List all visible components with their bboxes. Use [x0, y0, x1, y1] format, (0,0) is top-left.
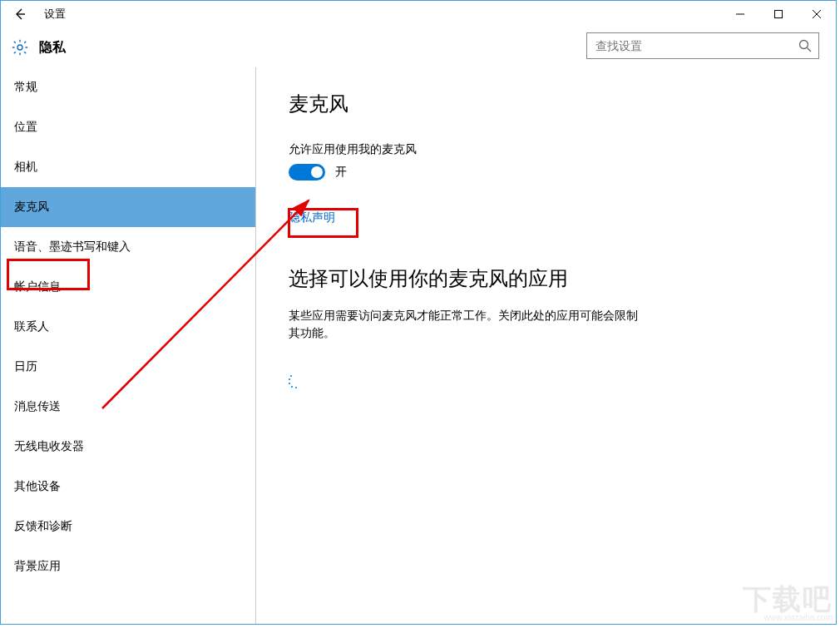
sidebar-item-feedback[interactable]: 反馈和诊断	[1, 507, 255, 546]
sidebar-item-label: 无线电收发器	[14, 439, 84, 454]
content: 麦克风 允许应用使用我的麦克风 开 隐私声明 选择可以使用你的麦克风的应用 某些…	[255, 67, 836, 624]
sidebar-item-label: 位置	[14, 120, 37, 135]
sidebar: 常规 位置 相机 麦克风 语音、墨迹书写和键入 帐户信息 联系人 日历 消息传送…	[1, 67, 255, 624]
search-input[interactable]	[594, 38, 798, 53]
svg-line-6	[808, 48, 812, 52]
toggle-knob	[311, 166, 323, 178]
header: 隐私	[1, 27, 836, 67]
sidebar-item-microphone[interactable]: 麦克风	[1, 187, 255, 227]
back-arrow-icon	[13, 7, 27, 21]
sidebar-item-contacts[interactable]: 联系人	[1, 307, 255, 347]
sidebar-item-location[interactable]: 位置	[1, 107, 255, 147]
minimize-button[interactable]	[721, 1, 759, 27]
gear-icon	[1, 38, 39, 57]
choose-apps-heading: 选择可以使用你的麦克风的应用	[289, 265, 803, 292]
page-title: 麦克风	[289, 91, 803, 117]
settings-window: 设置 隐私 常规 位置	[0, 0, 837, 625]
window-controls	[721, 1, 836, 27]
sidebar-item-label: 麦克风	[14, 200, 49, 215]
sidebar-item-label: 帐户信息	[14, 279, 61, 294]
allow-apps-label: 允许应用使用我的麦克风	[289, 142, 803, 157]
sidebar-item-account-info[interactable]: 帐户信息	[1, 267, 255, 307]
choose-apps-description: 某些应用需要访问麦克风才能正常工作。关闭此处的应用可能会限制其功能。	[289, 307, 638, 342]
window-title: 设置	[39, 7, 66, 22]
sidebar-item-messaging[interactable]: 消息传送	[1, 387, 255, 427]
sidebar-item-speech-ink-typing[interactable]: 语音、墨迹书写和键入	[1, 227, 255, 267]
back-button[interactable]	[1, 1, 39, 27]
sidebar-item-label: 日历	[14, 359, 37, 374]
titlebar: 设置	[1, 1, 836, 27]
close-button[interactable]	[798, 1, 836, 27]
sidebar-item-label: 联系人	[14, 319, 49, 334]
svg-point-5	[800, 41, 808, 49]
sidebar-item-label: 消息传送	[14, 399, 61, 414]
minimize-icon	[736, 10, 744, 18]
maximize-icon	[774, 10, 783, 18]
privacy-statement-link[interactable]: 隐私声明	[289, 210, 335, 225]
sidebar-item-label: 反馈和诊断	[14, 519, 72, 534]
svg-rect-1	[775, 11, 783, 18]
svg-point-4	[17, 45, 22, 50]
sidebar-item-label: 背景应用	[14, 559, 61, 574]
section-label: 隐私	[39, 39, 66, 57]
sidebar-item-other-devices[interactable]: 其他设备	[1, 467, 255, 507]
body: 常规 位置 相机 麦克风 语音、墨迹书写和键入 帐户信息 联系人 日历 消息传送…	[1, 67, 836, 624]
sidebar-item-camera[interactable]: 相机	[1, 147, 255, 187]
sidebar-item-general[interactable]: 常规	[1, 67, 255, 107]
loading-spinner-icon	[289, 375, 302, 388]
microphone-toggle[interactable]	[289, 164, 325, 180]
vertical-divider	[255, 67, 256, 624]
sidebar-item-label: 其他设备	[14, 479, 61, 494]
sidebar-item-label: 相机	[14, 160, 37, 175]
search-icon	[798, 39, 812, 52]
sidebar-item-calendar[interactable]: 日历	[1, 347, 255, 387]
toggle-state-text: 开	[335, 165, 347, 180]
close-icon	[813, 10, 821, 18]
sidebar-item-label: 常规	[14, 80, 37, 95]
sidebar-item-background-apps[interactable]: 背景应用	[1, 546, 255, 586]
sidebar-item-label: 语音、墨迹书写和键入	[14, 240, 131, 255]
microphone-toggle-row: 开	[289, 164, 803, 180]
search-box[interactable]	[586, 32, 819, 59]
sidebar-item-radios[interactable]: 无线电收发器	[1, 427, 255, 467]
maximize-button[interactable]	[759, 1, 798, 27]
